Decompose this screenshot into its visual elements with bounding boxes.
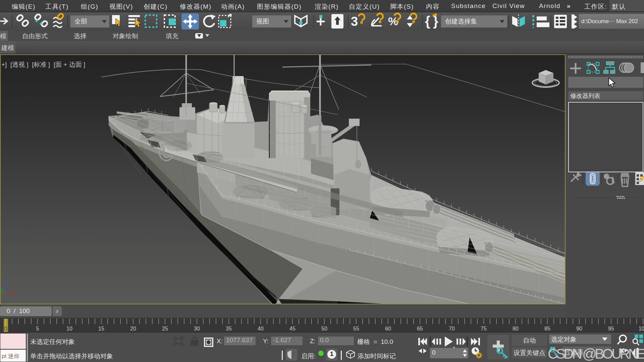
svg-text:15: 15 <box>98 326 104 331</box>
svg-text:100: 100 <box>639 326 644 331</box>
svg-text:65: 65 <box>417 326 423 331</box>
svg-text:95: 95 <box>608 326 614 331</box>
svg-text:70: 70 <box>449 326 455 331</box>
svg-text:45: 45 <box>289 326 296 331</box>
svg-text:x: x <box>13 291 16 296</box>
svg-text:80: 80 <box>513 326 519 331</box>
svg-text:z: z <box>4 279 6 284</box>
svg-text:50: 50 <box>321 326 327 331</box>
svg-text:75: 75 <box>481 326 487 331</box>
svg-text:{: { <box>425 14 430 28</box>
svg-text:0: 0 <box>4 326 7 331</box>
svg-text:20: 20 <box>130 326 136 331</box>
svg-text:60: 60 <box>385 326 391 331</box>
svg-text:30: 30 <box>194 326 200 331</box>
svg-text:35: 35 <box>226 326 232 331</box>
svg-text:40: 40 <box>258 326 264 331</box>
svg-text:y: y <box>1 287 3 292</box>
svg-text:55: 55 <box>353 326 359 331</box>
svg-text:90: 90 <box>576 326 582 331</box>
svg-text:5: 5 <box>36 326 39 331</box>
svg-text:25: 25 <box>162 326 168 331</box>
svg-text:10: 10 <box>66 326 72 331</box>
svg-text:85: 85 <box>544 326 550 331</box>
svg-text:3: 3 <box>351 14 358 28</box>
